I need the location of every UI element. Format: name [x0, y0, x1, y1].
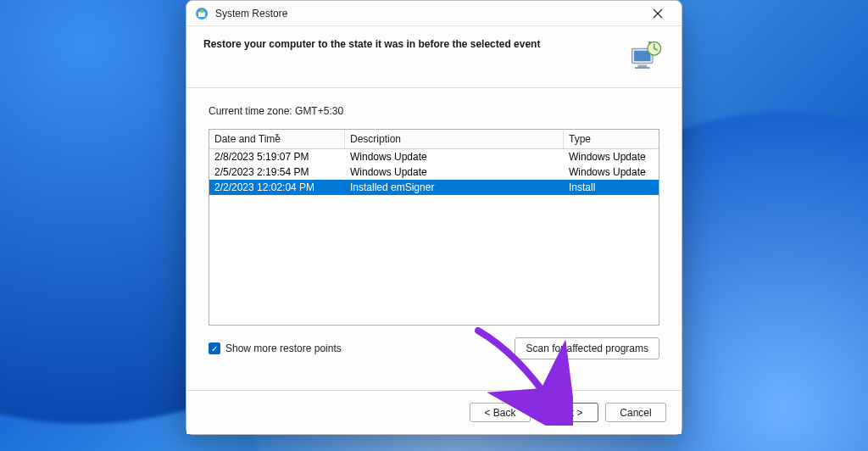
show-more-label: Show more restore points	[225, 342, 342, 354]
cell-datetime: 2/8/2023 5:19:07 PM	[209, 149, 345, 164]
back-button[interactable]: < Back	[470, 403, 531, 422]
cell-type: Windows Update	[564, 164, 659, 180]
next-button[interactable]: Next >	[537, 403, 598, 422]
titlebar: System Restore	[186, 1, 682, 26]
column-header-datetime[interactable]: Date and Time ▾	[209, 130, 345, 148]
cell-type: Windows Update	[564, 149, 659, 164]
cell-description: Windows Update	[345, 164, 564, 180]
cell-datetime: 2/2/2023 12:02:04 PM	[209, 180, 345, 195]
restore-computer-icon	[629, 38, 665, 74]
cell-description: Installed emSigner	[345, 180, 564, 195]
svg-rect-5	[638, 65, 648, 68]
column-header-description[interactable]: Description	[345, 130, 564, 148]
restore-points-table: Date and Time ▾ Description Type 2/8/202…	[209, 129, 659, 326]
system-restore-dialog: System Restore Restore your computer to …	[186, 0, 682, 435]
column-header-type[interactable]: Type	[564, 130, 659, 148]
table-row[interactable]: 2/2/2023 12:02:04 PMInstalled emSignerIn…	[209, 180, 659, 195]
close-button[interactable]	[641, 3, 675, 25]
scan-affected-programs-button[interactable]: Scan for affected programs	[515, 337, 659, 359]
table-header-row: Date and Time ▾ Description Type	[209, 130, 659, 149]
cell-datetime: 2/5/2023 2:19:54 PM	[209, 164, 345, 180]
checkbox-checked-icon: ✓	[209, 342, 220, 354]
window-title: System Restore	[215, 8, 641, 19]
table-row[interactable]: 2/8/2023 5:19:07 PMWindows UpdateWindows…	[209, 149, 659, 164]
show-more-restore-points-checkbox[interactable]: ✓ Show more restore points	[209, 342, 342, 354]
header-band: Restore your computer to the state it wa…	[186, 26, 682, 87]
content-area: Current time zone: GMT+5:30 Date and Tim…	[186, 88, 682, 390]
system-restore-icon	[195, 7, 209, 20]
page-heading: Restore your computer to the state it wa…	[203, 38, 620, 50]
dialog-footer: < Back Next > Cancel	[186, 390, 682, 434]
svg-point-2	[200, 8, 203, 12]
cell-type: Install	[564, 180, 659, 195]
svg-rect-6	[635, 67, 650, 69]
table-body: 2/8/2023 5:19:07 PMWindows UpdateWindows…	[209, 149, 659, 195]
cell-description: Windows Update	[345, 149, 564, 164]
timezone-label: Current time zone: GMT+5:30	[209, 105, 659, 117]
cancel-button[interactable]: Cancel	[605, 403, 666, 422]
sort-indicator-icon: ▾	[275, 131, 279, 139]
table-row[interactable]: 2/5/2023 2:19:54 PMWindows UpdateWindows…	[209, 164, 659, 180]
